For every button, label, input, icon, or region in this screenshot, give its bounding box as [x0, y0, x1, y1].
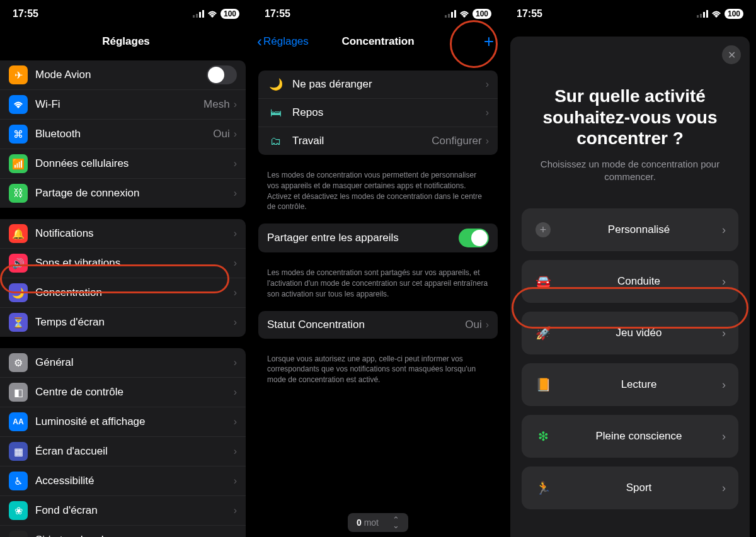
hotspot-row[interactable]: ⛓ Partage de connexion › — [0, 178, 246, 208]
screentime-icon: ⏳ — [9, 313, 28, 332]
page-title: Concentration — [341, 35, 414, 48]
plus-circle-icon: + — [534, 222, 552, 237]
moon-icon: 🌙 — [267, 76, 285, 93]
add-focus-button[interactable]: + — [484, 31, 494, 52]
focus-option-custom[interactable]: + Personnalisé › — [522, 208, 738, 251]
homescreen-icon: ▦ — [9, 442, 28, 461]
close-button[interactable]: ✕ — [722, 45, 741, 64]
concentration-icon: 🌙 — [9, 283, 28, 302]
svg-rect-9 — [700, 14, 702, 18]
bluetooth-icon: ⌘ — [9, 125, 28, 144]
status-bar: 17:55 100 — [504, 0, 756, 28]
stepper-icon[interactable]: ⌃⌄ — [392, 517, 399, 528]
cellular-icon — [445, 10, 456, 18]
bluetooth-row[interactable]: ⌘ Bluetooth Oui › — [0, 119, 246, 149]
svg-rect-3 — [202, 10, 204, 18]
chevron-right-icon: › — [234, 446, 237, 457]
chevron-right-icon: › — [486, 319, 489, 331]
wallpaper-row[interactable]: ❀ Fond d'écran › — [0, 495, 246, 525]
back-button[interactable]: ‹ Réglages — [257, 33, 309, 50]
hotspot-icon: ⛓ — [9, 184, 28, 203]
airplane-mode-row[interactable]: ✈︎ Mode Avion — [0, 60, 246, 89]
running-icon: 🏃 — [534, 480, 552, 495]
lotus-icon: ❇︎ — [534, 429, 552, 444]
chevron-right-icon: › — [234, 357, 237, 368]
chevron-right-icon: › — [234, 257, 237, 269]
chevron-right-icon: › — [722, 430, 726, 443]
focus-status-row[interactable]: Statut Concentration Oui › — [258, 311, 498, 339]
chevron-right-icon: › — [486, 79, 489, 90]
settings-group-network: ✈︎ Mode Avion Wi-Fi Mesh › ⌘ Bluetooth O… — [0, 60, 246, 208]
status-indicators: 100 — [697, 9, 743, 19]
control-center-row[interactable]: ◧ Centre de contrôle › — [0, 377, 246, 407]
focus-settings-screen: 17:55 100 ‹ Réglages Concentration + 🌙 N… — [252, 0, 504, 537]
control-center-icon: ◧ — [9, 383, 28, 402]
focus-option-driving[interactable]: 🚘 Conduite › — [522, 260, 738, 303]
word-counter[interactable]: 0 mot ⌃⌄ — [348, 513, 408, 532]
brightness-row[interactable]: AA Luminosité et affichage › — [0, 407, 246, 436]
focus-modes-list: 🌙 Ne pas déranger › 🛏 Repos › 🗂 Travail … — [258, 71, 498, 155]
accessibility-icon: ♿︎ — [9, 472, 28, 490]
chevron-right-icon: › — [234, 534, 237, 537]
chevron-right-icon: › — [234, 158, 237, 169]
dnd-row[interactable]: 🌙 Ne pas déranger › — [258, 71, 498, 98]
svg-rect-5 — [448, 14, 450, 18]
notifications-row[interactable]: 🔔 Notifications › — [0, 219, 246, 248]
svg-rect-6 — [451, 12, 453, 18]
car-icon: 🚘 — [534, 274, 552, 289]
share-toggle[interactable] — [459, 229, 489, 247]
chevron-right-icon: › — [234, 475, 237, 487]
focus-option-fitness[interactable]: 🏃 Sport › — [522, 466, 738, 509]
cellular-row[interactable]: 📶 Données cellulaires › — [0, 149, 246, 178]
work-row[interactable]: 🗂 Travail Configurer › — [258, 127, 498, 155]
status-indicators: 100 — [193, 9, 239, 19]
chevron-right-icon: › — [234, 228, 237, 239]
siri-row[interactable]: ◉ Siri et recherche › — [0, 525, 246, 537]
screentime-row[interactable]: ⏳ Temps d'écran › — [0, 307, 246, 337]
status-bar: 17:55 100 — [252, 0, 504, 28]
cellular-icon — [697, 10, 708, 18]
focus-status-group: Statut Concentration Oui › — [258, 311, 498, 339]
general-row[interactable]: ⚙︎ Général › — [0, 348, 246, 377]
airplane-toggle[interactable] — [207, 65, 237, 84]
status-bar: 17:55 100 — [0, 0, 252, 28]
bed-icon: 🛏 — [267, 104, 285, 122]
sounds-row[interactable]: 🔊 Sons et vibrations › — [0, 248, 246, 278]
settings-screen: 17:55 100 Réglages ✈︎ Mode Avion Wi-Fi M… — [0, 0, 252, 537]
share-devices-row[interactable]: Partager entre les appareils — [258, 223, 498, 252]
concentration-row[interactable]: 🌙 Concentration › — [0, 278, 246, 307]
focus-option-gaming[interactable]: 🚀 Jeu vidéo › — [522, 312, 738, 354]
battery-icon: 100 — [724, 9, 743, 19]
status-indicators: 100 — [445, 9, 491, 19]
chevron-right-icon: › — [722, 327, 726, 340]
airplane-icon: ✈︎ — [9, 65, 28, 84]
wifi-icon — [459, 10, 469, 18]
chevron-right-icon: › — [234, 505, 237, 516]
svg-rect-10 — [703, 12, 705, 18]
chevron-right-icon: › — [234, 287, 237, 298]
focus-option-reading[interactable]: 📙 Lecture › — [522, 363, 738, 406]
status-time: 17:55 — [517, 8, 542, 20]
chevron-right-icon: › — [722, 223, 726, 237]
gear-icon: ⚙︎ — [9, 353, 28, 372]
focus-option-mindfulness[interactable]: ❇︎ Pleine conscience › — [522, 415, 738, 458]
sheet-title: Sur quelle activité souhaitez-vous vous … — [528, 86, 732, 149]
battery-icon: 100 — [220, 9, 239, 19]
chevron-right-icon: › — [234, 128, 237, 140]
chevron-right-icon: › — [722, 275, 726, 288]
focus-footer-1: Les modes de concentration vous permette… — [252, 166, 504, 223]
chevron-right-icon: › — [234, 188, 237, 199]
svg-rect-7 — [454, 10, 456, 18]
chevron-right-icon: › — [722, 378, 726, 392]
svg-rect-2 — [199, 12, 201, 18]
focus-picker-sheet: ✕ Sur quelle activité souhaitez-vous vou… — [510, 37, 750, 537]
briefcase-icon: 🗂 — [267, 132, 285, 150]
svg-rect-1 — [196, 14, 198, 18]
sleep-row[interactable]: 🛏 Repos › — [258, 98, 498, 127]
rocket-icon: 🚀 — [534, 325, 552, 341]
svg-rect-4 — [445, 15, 447, 18]
wifi-row[interactable]: Wi-Fi Mesh › — [0, 89, 246, 119]
battery-icon: 100 — [472, 9, 491, 19]
homescreen-row[interactable]: ▦ Écran d'accueil › — [0, 436, 246, 466]
accessibility-row[interactable]: ♿︎ Accessibilité › — [0, 466, 246, 495]
